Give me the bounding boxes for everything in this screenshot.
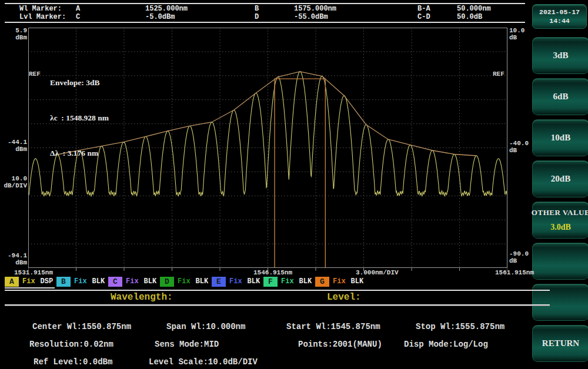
lvl-marker-c-name: C <box>76 13 80 21</box>
trace-a-box: A <box>5 277 19 287</box>
trace-d-box: D <box>160 277 174 287</box>
datetime-panel: 2021-05-17 14:44 <box>532 4 587 29</box>
lvl-marker-diff-value: 50.0dB <box>457 13 482 21</box>
date-text: 2021-05-17 <box>533 8 586 16</box>
ref-level-readout: Ref Level:0.0dBm <box>34 357 112 367</box>
lvl-marker-d-value: -55.0dBm <box>294 13 328 21</box>
trace-e-box: E <box>212 277 226 287</box>
trace-g-box: G <box>315 277 329 287</box>
ref-label-right: REF <box>493 71 505 78</box>
softkey-10db[interactable]: 10dB <box>532 119 588 156</box>
wl-marker-diff-name: B-A <box>417 5 430 13</box>
points-readout: Points:2001(MANU) <box>298 340 382 349</box>
annotation-delta-wl: Δλ : 3.176 nm <box>50 147 109 159</box>
right-axis-mid: -40.0dB <box>509 140 534 154</box>
trace-selector-a[interactable]: A Fix DSP <box>5 276 56 287</box>
lvl-marker-c-value: -5.0dBm <box>145 13 175 21</box>
osa-screen: { "top_bar": { "row1": {"label":"Wl Mark… <box>0 0 588 369</box>
trace-selector-d[interactable]: D Fix BLK <box>160 276 212 287</box>
topbar-top-rule <box>5 3 525 4</box>
lvl-marker-label: Lvl Marker: <box>19 13 66 21</box>
right-axis-top: 10.0dB <box>509 28 534 41</box>
wl-marker-label: Wl Marker: <box>19 5 62 13</box>
trace-selector-g[interactable]: G Fix BLK <box>315 276 367 287</box>
x-axis-center-label: 1546.915nm <box>253 269 292 276</box>
left-axis-bottom: -94.1dBm <box>0 253 28 266</box>
left-axis-scale: 10.0dB/DIV <box>0 176 28 189</box>
level-scale-readout: Level Scale:10.0dB/DIV <box>149 357 258 367</box>
wl-marker-b-value: 1575.000nm <box>294 5 336 13</box>
topbar-bottom-rule <box>5 22 525 23</box>
x-axis-per-div-label: 3.000nm/DIV <box>356 269 399 276</box>
resolution-readout: Resolution:0.02nm <box>29 340 113 349</box>
softkey-20db[interactable]: 20dB <box>532 160 588 197</box>
softkey-other-value[interactable]: OTHER VALUE 3.0dB <box>532 202 588 239</box>
wl-marker-b-name: B <box>255 5 259 13</box>
wl-marker-diff-value: 50.000nm <box>457 5 491 13</box>
trace-f-box: F <box>263 277 278 287</box>
trace-c-box: C <box>108 277 122 287</box>
trace-selector-f[interactable]: F Fix BLK <box>263 276 315 287</box>
softkey-return[interactable]: RETURN <box>532 325 588 362</box>
wl-marker-a-name: A <box>76 5 80 13</box>
disp-mode-readout: Disp Mode:Log/Log <box>404 340 488 349</box>
stop-wl-readout: Stop Wl:1555.875nm <box>416 322 505 331</box>
start-wl-readout: Start Wl:1545.875nm <box>286 322 380 331</box>
settings-separator <box>5 304 550 306</box>
center-wl-readout: Center Wl:1550.875nm <box>32 322 131 331</box>
softkey-3db[interactable]: 3dB <box>532 37 588 74</box>
level-section-label: Level: <box>327 292 361 303</box>
annotation-center-wl: λc : 1548.928 nm <box>50 112 109 124</box>
other-value-setting: 3.0dB <box>550 223 571 232</box>
x-axis-start-label: 1531.915nm <box>14 269 53 276</box>
ref-label-left: REF <box>29 71 41 78</box>
left-axis-top: 5.9dBm <box>0 28 28 41</box>
right-axis-bottom: -90.0dB <box>509 251 534 264</box>
lvl-marker-diff-name: C-D <box>417 13 430 21</box>
trace-selector-c[interactable]: C Fix BLK <box>108 276 160 287</box>
x-axis-stop-label: 1561.915nm <box>495 269 534 276</box>
trace-selector-e[interactable]: E Fix BLK <box>212 276 263 287</box>
wl-marker-a-value: 1525.000nm <box>145 5 188 13</box>
trace-legend: A Fix DSP B Fix BLK C Fix BLK D Fix BLK … <box>5 276 367 287</box>
softkey-6db[interactable]: 6dB <box>532 78 588 115</box>
legend-separator <box>5 290 550 291</box>
measurement-annotation: Envelope: 3dB λc : 1548.928 nm Δλ : 3.17… <box>50 53 109 171</box>
annotation-envelope: Envelope: 3dB <box>50 77 109 89</box>
lvl-marker-d-name: D <box>255 13 259 21</box>
trace-selector-b[interactable]: B Fix BLK <box>56 276 108 287</box>
softkey-column: 3dB 6dB 10dB 20dB OTHER VALUE 3.0dB RETU… <box>532 37 588 366</box>
time-text: 14:44 <box>533 16 586 25</box>
softkey-blank-1[interactable] <box>532 243 588 280</box>
trace-b-box: B <box>56 277 71 287</box>
span-wl-readout: Span Wl:10.000nm <box>166 322 245 331</box>
sens-mode-readout: Sens Mode:MID <box>155 340 219 349</box>
left-axis-mid: -44.1dBm <box>0 139 28 153</box>
active-trace-underline <box>5 287 55 289</box>
wavelength-section-label: Wavelength: <box>111 292 173 303</box>
